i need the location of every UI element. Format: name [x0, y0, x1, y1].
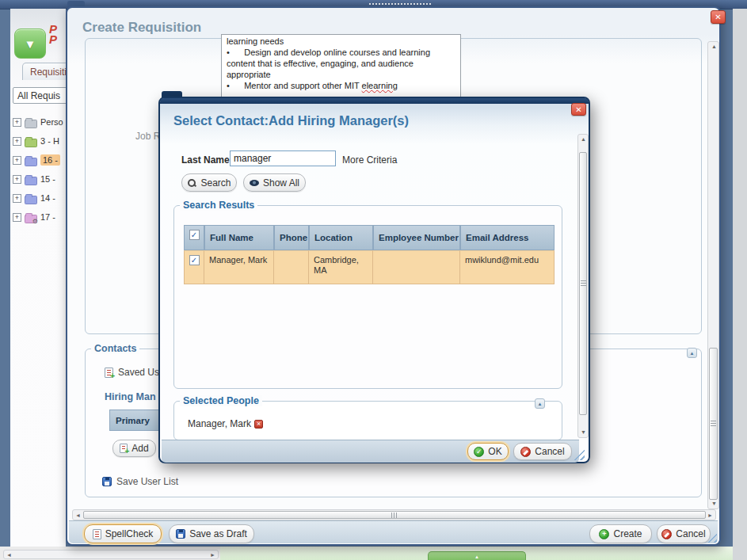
- folder-icon: [25, 177, 37, 185]
- save-as-draft-button[interactable]: Save as Draft: [169, 524, 254, 543]
- add-button[interactable]: + Add: [112, 440, 156, 457]
- contacts-legend: Contacts: [91, 343, 139, 354]
- modal-close-button[interactable]: ✕: [571, 103, 586, 116]
- folder-icon: [25, 120, 37, 128]
- expand-icon[interactable]: +: [13, 118, 21, 127]
- cell-location: Cambridge, MA: [309, 250, 373, 284]
- folder-icon: [25, 196, 37, 204]
- tree-item-3[interactable]: + 3 - H: [13, 134, 59, 148]
- table-header-row: ✓ Full Name Phone Location Employee Numb…: [184, 225, 555, 250]
- scroll-left-icon[interactable]: ◄: [75, 512, 81, 519]
- dialog-vertical-scrollbar[interactable]: ▲ ▼: [707, 41, 719, 509]
- dialog-title: Create Requisition: [82, 20, 201, 36]
- row-checkbox[interactable]: ✓: [189, 255, 200, 265]
- modal-top-bar: [160, 98, 589, 104]
- close-button[interactable]: ✕: [711, 10, 726, 24]
- scroll-down-icon[interactable]: ▼: [711, 501, 717, 507]
- cancel-label: Cancel: [676, 528, 705, 539]
- column-header-phone: Phone: [274, 225, 309, 250]
- create-label: Create: [613, 528, 642, 539]
- expand-up-icon: ▲: [474, 554, 479, 559]
- tree-item-16[interactable]: + 16 -: [13, 153, 60, 167]
- tree-item-14[interactable]: + 14 -: [13, 191, 55, 205]
- modal-vertical-scrollbar[interactable]: ▲ ▼: [577, 134, 589, 438]
- tree-item-label-selected: 16 -: [40, 154, 60, 166]
- floppy-disk-icon: [176, 529, 185, 539]
- primary-column-header: Primary: [109, 410, 160, 431]
- top-bar-drag-dots: [369, 3, 431, 5]
- scroll-up-icon[interactable]: ▲: [581, 136, 586, 143]
- scroll-left-icon[interactable]: ◄: [6, 552, 12, 558]
- last-name-label: Last Name:: [181, 154, 233, 166]
- ok-button[interactable]: ✓ OK: [467, 443, 509, 460]
- last-name-input[interactable]: [230, 150, 336, 166]
- scrollbar-thumb[interactable]: [83, 511, 706, 519]
- bottom-panel-expander-tab[interactable]: ▲: [428, 551, 526, 560]
- gear-icon: ⚙: [32, 219, 38, 225]
- page-horizontal-scrollbar[interactable]: ◄ ►: [3, 550, 219, 559]
- folder-icon: [25, 158, 37, 166]
- tree-item-label: 15 -: [40, 174, 55, 184]
- row-select-cell: ✓: [184, 250, 204, 284]
- job-description-line: appropriate: [227, 69, 455, 80]
- modal-cancel-button[interactable]: Cancel: [513, 443, 572, 460]
- search-button[interactable]: Search: [181, 173, 237, 192]
- saved-user-list-link[interactable]: + Saved Us: [105, 367, 159, 378]
- tree-item-17[interactable]: + ⚙ 17 -: [13, 210, 55, 224]
- search-icon: [187, 178, 196, 188]
- scroll-right-icon[interactable]: ►: [210, 552, 215, 558]
- remove-person-button[interactable]: ×: [254, 420, 263, 429]
- dialog-horizontal-scrollbar[interactable]: ◄ ►: [72, 509, 716, 520]
- misspelled-word: elearning: [362, 81, 398, 90]
- column-header-full-name: Full Name: [204, 225, 274, 250]
- cancel-button[interactable]: Cancel: [657, 524, 711, 543]
- expand-icon[interactable]: +: [13, 213, 21, 222]
- table-row[interactable]: ✓ Manager, Mark Cambridge, MA mwiklund@m…: [184, 250, 555, 284]
- saved-user-list-label: Saved Us: [118, 367, 159, 378]
- floppy-disk-icon: [102, 477, 112, 486]
- select-all-checkbox[interactable]: ✓: [189, 230, 200, 240]
- more-criteria-link[interactable]: More Criteria: [342, 154, 397, 166]
- cancel-slash-icon: [661, 529, 672, 539]
- app-logo: ▼: [14, 29, 46, 59]
- select-contact-modal: ✕ Select Contact:Add Hiring Manager(s) L…: [158, 97, 590, 463]
- requisition-filter-value: All Requis: [17, 90, 60, 101]
- show-all-button[interactable]: Show All: [243, 173, 306, 192]
- tab-requisitions[interactable]: Requisiti: [22, 63, 71, 80]
- scroll-right-icon[interactable]: ►: [707, 512, 713, 519]
- ok-label: OK: [488, 446, 501, 457]
- column-header-location: Location: [309, 225, 373, 250]
- scrollbar-thumb[interactable]: [709, 348, 718, 500]
- expand-icon[interactable]: +: [13, 137, 21, 146]
- modal-title: Select Contact:Add Hiring Manager(s): [173, 113, 409, 128]
- expand-icon[interactable]: +: [13, 194, 21, 203]
- right-edge-strip: [733, 9, 747, 560]
- tree-item-label: 3 - H: [40, 136, 59, 146]
- spellcheck-button[interactable]: SpellCheck: [84, 524, 162, 543]
- create-plus-icon: +: [599, 529, 609, 539]
- tree-item-personal[interactable]: + Perso: [13, 115, 63, 129]
- save-as-draft-label: Save as Draft: [189, 528, 247, 539]
- scrollbar-thumb[interactable]: [579, 152, 587, 415]
- save-user-list-link[interactable]: Save User List: [102, 476, 178, 487]
- spellcheck-icon: [93, 529, 101, 539]
- add-contact-icon: +: [120, 444, 128, 453]
- scroll-down-icon[interactable]: ▼: [581, 429, 586, 436]
- cell-employee-number: [373, 250, 460, 284]
- requisition-filter-select[interactable]: All Requis: [13, 87, 68, 104]
- expand-icon[interactable]: +: [13, 156, 21, 165]
- job-description-textarea[interactable]: learning needs • Design and develop onli…: [221, 34, 461, 105]
- sidebar: ▼ P P Requisiti All Requis + Perso + 3 -…: [10, 9, 66, 547]
- selected-person-item: Manager, Mark ×: [188, 418, 263, 429]
- scroll-up-icon[interactable]: ▲: [711, 44, 717, 50]
- tree-item-label: Perso: [40, 117, 63, 127]
- create-button[interactable]: + Create: [589, 524, 652, 543]
- search-results-legend: Search Results: [180, 200, 257, 211]
- expand-icon[interactable]: +: [13, 175, 21, 184]
- tree-item-label: 14 -: [40, 193, 55, 203]
- search-label: Search: [200, 177, 231, 189]
- collapse-selected-people-button[interactable]: ▲: [535, 398, 545, 409]
- tree-item-15[interactable]: + 15 -: [13, 172, 55, 186]
- collapse-contacts-button[interactable]: ▲: [687, 348, 697, 358]
- tab-requisitions-label: Requisiti: [30, 67, 67, 78]
